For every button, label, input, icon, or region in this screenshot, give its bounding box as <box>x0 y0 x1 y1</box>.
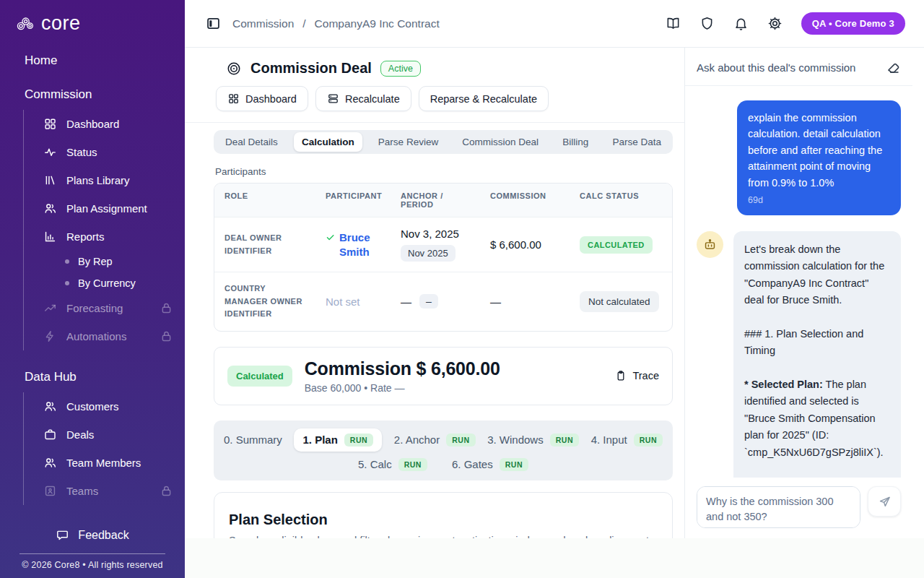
feedback-button[interactable]: Feedback <box>0 522 185 549</box>
users-icon <box>43 400 57 413</box>
clear-chat-button[interactable] <box>886 60 901 75</box>
lock-icon <box>160 484 173 498</box>
sidebar-item-label: Plan Assignment <box>66 202 147 215</box>
message-square-icon <box>56 528 69 542</box>
recalculate-button-label: Recalculate <box>345 93 400 105</box>
sidebar-item-by-currency[interactable]: By Currency <box>24 272 185 294</box>
sidebar: core Home Commission Dashboard Status Pl… <box>0 0 185 578</box>
send-icon <box>878 495 892 509</box>
sidebar-item-automations[interactable]: Automations <box>24 322 185 350</box>
sidebar-item-dashboard[interactable]: Dashboard <box>24 110 185 138</box>
reparse-recalculate-button[interactable]: Reparse & Recalculate <box>419 86 549 111</box>
step-calc[interactable]: 5. Calc RUN <box>358 458 427 471</box>
gear-icon <box>767 16 783 31</box>
step-label: 0. Summary <box>224 434 282 446</box>
sidebar-section-data-hub[interactable]: Data Hub <box>0 370 185 384</box>
run-badge: RUN <box>550 434 579 447</box>
book-open-icon <box>666 16 681 31</box>
tab-commission-deal[interactable]: Commission Deal <box>454 132 546 152</box>
step-plan[interactable]: 1. Plan RUN <box>294 428 382 452</box>
users-icon <box>43 456 57 470</box>
sidebar-item-by-rep[interactable]: By Rep <box>24 251 185 272</box>
recalculate-button[interactable]: Recalculate <box>315 86 411 111</box>
tab-calculation[interactable]: Calculation <box>294 132 362 152</box>
anchor-period-cell: — – <box>391 272 480 331</box>
trace-button[interactable]: Trace <box>615 370 659 381</box>
chat-header: Ask about this deal's commission <box>685 48 912 86</box>
sidebar-item-customers[interactable]: Customers <box>24 392 185 420</box>
commission-summary-card: Calculated Commission $ 6,600.00 Base 60… <box>214 347 673 405</box>
sidebar-item-reports[interactable]: Reports <box>24 223 185 251</box>
not-set-value[interactable]: Not set <box>326 296 360 308</box>
deal-actions: Dashboard Recalculate Reparse & Recalcul… <box>216 86 673 111</box>
step-summary[interactable]: 0. Summary <box>224 434 282 446</box>
tab-billing[interactable]: Billing <box>554 132 596 152</box>
clipboard-icon <box>615 370 627 381</box>
notifications-button[interactable] <box>733 16 749 31</box>
briefcase-icon <box>43 428 57 441</box>
sidebar-item-teams[interactable]: Teams <box>24 477 185 505</box>
dashboard-button[interactable]: Dashboard <box>216 86 308 111</box>
plan-selection-title: Plan Selection <box>229 512 658 528</box>
chat-input[interactable] <box>697 486 860 528</box>
sidebar-item-label: Plans Library <box>66 174 130 186</box>
sidebar-item-label: Forecasting <box>66 302 123 314</box>
assistant-heading: ### 1. Plan Selection and Timing <box>744 326 890 360</box>
breadcrumb: Commission / CompanyA9 Inc Contract <box>232 17 440 30</box>
user-message-text: explain the commission calculation. deta… <box>748 110 890 191</box>
sidebar-item-team-members[interactable]: Team Members <box>24 449 185 477</box>
lock-icon <box>160 329 173 343</box>
tab-parse-data[interactable]: Parse Data <box>604 132 669 152</box>
sidebar-item-label: Teams <box>66 485 98 497</box>
commission-cell: $ 6,600.00 <box>480 217 570 272</box>
sidebar-item-label: Customers <box>66 400 119 413</box>
account-badge[interactable]: QA • Core Demo 3 <box>801 12 905 35</box>
server-icon <box>327 92 339 105</box>
send-button[interactable] <box>868 486 901 517</box>
step-anchor[interactable]: 2. Anchor RUN <box>394 434 476 447</box>
step-gates[interactable]: 6. Gates RUN <box>452 458 528 471</box>
docs-button[interactable] <box>666 16 681 31</box>
chart-icon <box>43 230 57 243</box>
participant-link[interactable]: Bruce Smith <box>326 230 380 259</box>
paragraph-text: The plan identified and selected is "Bru… <box>744 379 884 458</box>
logo-text: core <box>41 12 81 35</box>
deal-content: Commission Deal Active Dashboard Recalcu… <box>185 48 684 538</box>
bars-icon <box>43 173 57 187</box>
robot-icon <box>702 237 718 252</box>
calc-status-cell: Not calculated <box>570 272 672 331</box>
dashboard-icon <box>227 92 240 105</box>
breadcrumb-deal-name[interactable]: CompanyA9 Inc Contract <box>315 17 440 30</box>
id-badge-icon <box>43 484 57 498</box>
sidebar-item-status[interactable]: Status <box>24 138 185 166</box>
bell-icon <box>733 16 749 31</box>
run-badge: RUN <box>446 434 475 447</box>
sidebar-toggle-button[interactable] <box>206 16 221 31</box>
sidebar-section-commission[interactable]: Commission <box>0 87 185 102</box>
sidebar-item-forecasting[interactable]: Forecasting <box>24 294 185 322</box>
step-input[interactable]: 4. Input RUN <box>591 434 663 447</box>
assistant-paragraph: Let's break down the commission calculat… <box>744 241 890 309</box>
commission-cell: — <box>480 272 570 331</box>
sidebar-item-plans-library[interactable]: Plans Library <box>24 166 185 194</box>
tab-parse-review[interactable]: Parse Review <box>370 132 446 152</box>
step-windows[interactable]: 3. Windows RUN <box>487 434 579 447</box>
deal-header: Commission Deal Active Dashboard Recalcu… <box>185 48 684 123</box>
sidebar-item-label: By Currency <box>78 277 136 289</box>
breadcrumb-commission[interactable]: Commission <box>232 17 294 30</box>
sidebar-item-home[interactable]: Home <box>0 53 185 68</box>
sidebar-item-deals[interactable]: Deals <box>24 420 185 449</box>
deal-scroll-area[interactable]: Deal Details Calculation Parse Review Co… <box>185 123 684 538</box>
logo[interactable]: core <box>0 0 185 35</box>
settings-button[interactable] <box>767 16 783 31</box>
sidebar-item-plan-assignment[interactable]: Plan Assignment <box>24 194 185 223</box>
security-button[interactable] <box>699 16 715 31</box>
dashboard-button-label: Dashboard <box>245 93 297 105</box>
chat-messages[interactable]: explain the commission calculation. deta… <box>685 86 912 478</box>
tab-deal-details[interactable]: Deal Details <box>217 132 286 152</box>
zap-icon <box>43 329 57 343</box>
run-badge: RUN <box>344 434 373 447</box>
bottom-strip <box>185 538 924 578</box>
message-timestamp: 69d <box>748 194 890 207</box>
period-dash-pill: – <box>419 294 438 309</box>
